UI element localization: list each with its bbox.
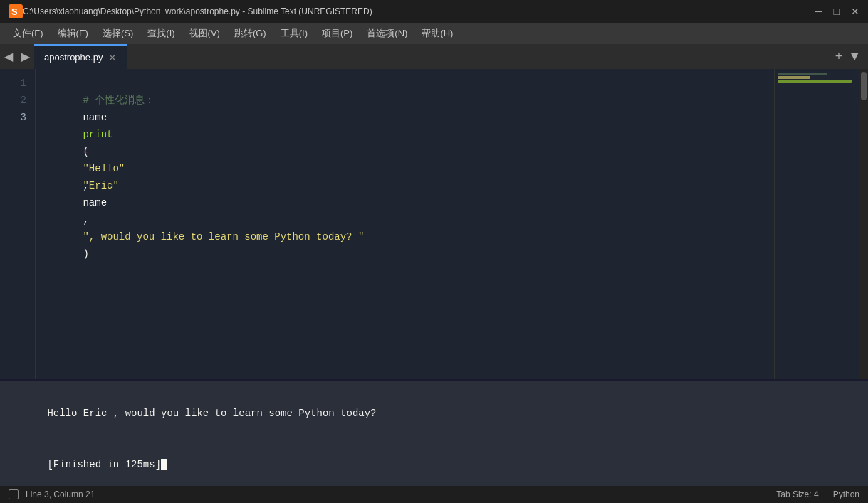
vertical-scrollbar[interactable] bbox=[859, 69, 868, 379]
app-logo: S bbox=[9, 4, 23, 18]
tab-label: apostrophe.py bbox=[44, 52, 103, 63]
line-num-1: 1 bbox=[0, 75, 26, 92]
menu-view[interactable]: 视图(V) bbox=[182, 24, 227, 43]
code-comma1: , bbox=[83, 180, 88, 191]
code-string-hello: "Hello" bbox=[83, 163, 125, 174]
code-var-name: name bbox=[83, 112, 107, 123]
tab-bar: ◀ ▶ apostrophe.py ✕ + ▼ bbox=[0, 44, 868, 69]
window-controls[interactable]: ─ □ ✕ bbox=[815, 6, 859, 17]
menu-select[interactable]: 选择(S) bbox=[95, 24, 140, 43]
code-line-3: print ( "Hello" , name , ", would you li… bbox=[47, 109, 763, 126]
line-numbers: 1 2 3 bbox=[0, 69, 36, 379]
menu-find[interactable]: 查找(I) bbox=[140, 24, 182, 43]
code-paren1: ( bbox=[83, 146, 88, 157]
tab-apostrophe[interactable]: apostrophe.py ✕ bbox=[34, 44, 127, 69]
status-bar: Line 3, Column 21 Tab Size: 4 Python bbox=[0, 486, 868, 503]
menu-tools[interactable]: 工具(I) bbox=[273, 24, 315, 43]
scrollbar-thumb[interactable] bbox=[861, 72, 867, 100]
minimap-line-3 bbox=[778, 80, 852, 83]
minimap-lines bbox=[775, 69, 859, 86]
menu-bar: 文件(F) 编辑(E) 选择(S) 查找(I) 视图(V) 跳转(G) 工具(I… bbox=[0, 23, 868, 44]
text-cursor bbox=[161, 459, 167, 470]
menu-preferences[interactable]: 首选项(N) bbox=[360, 24, 414, 43]
menu-goto[interactable]: 跳转(G) bbox=[227, 24, 273, 43]
code-comment: # 个性化消息： bbox=[83, 95, 155, 106]
window-title: C:\Users\xiaohuang\Desktop\Python_work\a… bbox=[23, 6, 815, 16]
tab-actions: + ▼ bbox=[828, 44, 868, 69]
code-paren2: ) bbox=[83, 248, 88, 260]
line-num-2: 2 bbox=[0, 92, 26, 109]
output-panel: Hello Eric , would you like to learn som… bbox=[0, 379, 868, 486]
minimap-line-1 bbox=[778, 73, 827, 75]
menu-project[interactable]: 项目(P) bbox=[315, 24, 360, 43]
language-selector[interactable]: Python bbox=[833, 489, 859, 499]
new-tab-button[interactable]: + bbox=[835, 49, 843, 64]
code-var-name2: name bbox=[83, 197, 107, 208]
minimize-button[interactable]: ─ bbox=[815, 6, 822, 17]
editor-area[interactable]: 1 2 3 # 个性化消息： name = "Eric" print ( "He… bbox=[0, 69, 868, 379]
status-right: Tab Size: 4 Python bbox=[776, 489, 859, 499]
minimap bbox=[774, 69, 859, 379]
line-num-3: 3 bbox=[0, 109, 26, 126]
minimap-line-2 bbox=[778, 76, 810, 79]
close-button[interactable]: ✕ bbox=[851, 6, 859, 17]
svg-text:S: S bbox=[11, 6, 18, 17]
menu-help[interactable]: 帮助(H) bbox=[414, 24, 460, 43]
output-line-1: Hello Eric , would you like to learn som… bbox=[11, 388, 857, 439]
tab-list-button[interactable]: ▼ bbox=[848, 49, 861, 64]
title-bar: S C:\Users\xiaohuang\Desktop\Python_work… bbox=[0, 0, 868, 23]
code-comma2: , bbox=[83, 214, 88, 226]
code-string-would: ", would you like to learn some Python t… bbox=[83, 231, 364, 243]
code-content[interactable]: # 个性化消息： name = "Eric" print ( "Hello" ,… bbox=[36, 69, 774, 379]
menu-edit[interactable]: 编辑(E) bbox=[51, 24, 95, 43]
output-line-2: [Finished in 125ms] bbox=[11, 439, 857, 486]
code-line-1: # 个性化消息： bbox=[47, 75, 763, 92]
tab-close-button[interactable]: ✕ bbox=[108, 52, 117, 63]
tab-size[interactable]: Tab Size: 4 bbox=[776, 489, 818, 499]
tab-nav-next[interactable]: ▶ bbox=[17, 44, 34, 69]
status-left: Line 3, Column 21 bbox=[9, 489, 95, 499]
finished-text: [Finished in 125ms] bbox=[47, 459, 161, 470]
menu-file[interactable]: 文件(F) bbox=[6, 24, 51, 43]
code-print: print bbox=[83, 129, 113, 140]
status-icon bbox=[9, 489, 19, 499]
maximize-button[interactable]: □ bbox=[834, 6, 840, 17]
tab-nav-prev[interactable]: ◀ bbox=[0, 44, 17, 69]
cursor-position[interactable]: Line 3, Column 21 bbox=[26, 489, 95, 499]
output-content: Hello Eric , would you like to learn som… bbox=[0, 381, 868, 486]
